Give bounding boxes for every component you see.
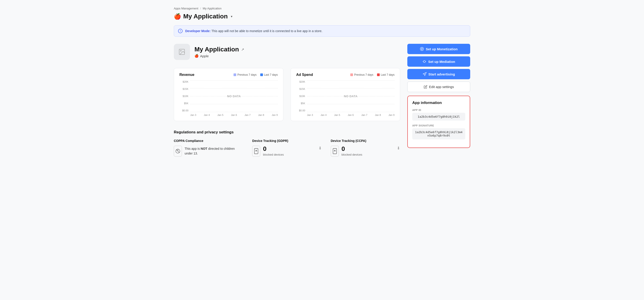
grid-line (307, 88, 394, 88)
ccpa-device-icon (331, 146, 339, 156)
gdpr-title: Device Tracking (GDPR) (252, 139, 322, 142)
app-id-label: APP ID (412, 109, 465, 112)
coppa-compliance-item: COPPA Compliance This app is NOT di (174, 139, 243, 156)
sidebar: Set up Monetization Set up Mediation Sta… (407, 44, 470, 148)
adspend-no-data-label: NO DATA (344, 94, 358, 98)
app-name-block: My Application ↗ 🍎 Apple (194, 46, 244, 58)
app-main-title: My Application (183, 13, 228, 20)
adspend-y-labels: $20K $15K $10K $5K $0.00 (296, 80, 307, 112)
gdpr-count: 0 (263, 146, 284, 152)
adspend-prev-color-dot (350, 74, 353, 76)
grid-line (190, 112, 278, 112)
regulations-grid: COPPA Compliance This app is NOT di (174, 139, 400, 156)
adspend-chart-plot: NO DATA (307, 80, 394, 112)
coppa-content: This app is NOT directed to children und… (174, 146, 243, 156)
ccpa-count: 0 (342, 146, 362, 152)
sidebar-buttons: Set up Monetization Set up Mediation Sta… (407, 44, 470, 92)
revenue-last-label: Last 7 days (264, 73, 278, 76)
ccpa-label: blocked devices (342, 153, 362, 156)
revenue-y-labels: $20K $15K $10K $5K $0.00 (180, 80, 190, 112)
svg-rect-4 (254, 148, 258, 154)
adspend-prev-label: Previous 7 days (354, 73, 373, 76)
adspend-last-label: Last 7 days (381, 73, 394, 76)
regulations-title: Regulations and privacy settings (174, 130, 400, 134)
mobile-x-icon-2 (333, 148, 337, 154)
breadcrumb-separator: / (200, 7, 201, 10)
revenue-chart-plot: NO DATA (190, 80, 278, 112)
gdpr-item: Device Tracking (GDPR) 0 (252, 139, 322, 156)
charts-row: Revenue Previous 7 days Last 7 days (174, 68, 400, 121)
monetization-icon (420, 47, 424, 51)
svg-rect-7 (333, 148, 336, 154)
revenue-chart-area: $20K $15K $10K $5K $0.00 NO D (180, 80, 278, 116)
app-display-name: My Application (194, 46, 239, 53)
revenue-prev-color-dot (234, 74, 236, 76)
revenue-chart-header: Revenue Previous 7 days Last 7 days (180, 73, 278, 77)
platform-logo-icon: 🍎 (194, 54, 199, 58)
revenue-last-color-dot (260, 74, 263, 76)
ccpa-stats: 0 blocked devices (342, 146, 362, 156)
revenue-no-data-label: NO DATA (227, 94, 241, 98)
app-name-row: My Application ↗ (194, 46, 244, 53)
coppa-title: COPPA Compliance (174, 139, 243, 142)
content-layout: My Application ↗ 🍎 Apple Revenue (174, 44, 470, 156)
monetization-button-label: Set up Monetization (426, 47, 458, 51)
mobile-x-icon (254, 148, 258, 154)
no-child-icon (175, 149, 180, 154)
gdpr-device-icon (252, 146, 260, 156)
main-content: My Application ↗ 🍎 Apple Revenue (174, 44, 400, 156)
revenue-legend-last: Last 7 days (260, 73, 278, 76)
ccpa-download-icon[interactable]: ⬇ (397, 146, 400, 151)
grid-line (190, 88, 278, 88)
developer-mode-banner: ! Developer Mode: This app will not be a… (174, 25, 470, 36)
grid-line (307, 112, 394, 112)
breadcrumb: Apps Management / My Application (174, 7, 470, 10)
adspend-chart-header: Ad Spend Previous 7 days Last 7 days (296, 73, 394, 77)
platform-name: Apple (200, 54, 208, 58)
start-advertising-button[interactable]: Start advertising (407, 69, 470, 79)
set-up-mediation-button[interactable]: Set up Mediation (407, 56, 470, 67)
adspend-chart-card: Ad Spend Previous 7 days Last 7 days (290, 68, 400, 121)
adspend-last-color-dot (377, 74, 380, 76)
coppa-text: This app is NOT directed to children und… (184, 146, 243, 156)
adspend-x-labels: Jan 3 Jan 4 Jan 5 Jan 6 Jan 7 Jan 8 Jan … (307, 114, 394, 116)
adspend-chart-title: Ad Spend (296, 73, 313, 77)
app-icon (174, 44, 190, 60)
adspend-legend-prev: Previous 7 days (350, 73, 373, 76)
advertising-button-label: Start advertising (428, 72, 455, 76)
adspend-legend-last: Last 7 days (377, 73, 394, 76)
revenue-legend-prev: Previous 7 days (234, 73, 256, 76)
grid-line (307, 104, 394, 104)
coppa-icon (174, 146, 182, 156)
adspend-chart-legend: Previous 7 days Last 7 days (350, 73, 394, 76)
app-header: My Application ↗ 🍎 Apple (174, 44, 400, 60)
grid-line (190, 104, 278, 104)
gdpr-content: 0 blocked devices ⬇ (252, 146, 322, 156)
revenue-x-labels: Jan 3 Jan 4 Jan 5 Jan 6 Jan 7 Jan 8 Jan … (190, 114, 278, 116)
breadcrumb-parent[interactable]: Apps Management (174, 7, 198, 10)
external-link-icon[interactable]: ↗ (241, 48, 244, 52)
app-signature-label: APP SIGNATURE (412, 124, 465, 127)
regulations-section: Regulations and privacy settings COPPA C… (174, 130, 400, 156)
revenue-chart-title: Revenue (180, 73, 194, 77)
ccpa-item: Device Tracking (CCPA) 0 (331, 139, 400, 156)
svg-point-1 (180, 50, 181, 51)
set-up-monetization-button[interactable]: Set up Monetization (407, 44, 470, 54)
image-placeholder-icon (178, 48, 186, 56)
edit-app-settings-button[interactable]: Edit app settings (407, 82, 470, 92)
app-id-value: 1a2b3c4d5e6f7g8h9i0j1k2l (412, 113, 465, 120)
info-icon: ! (178, 29, 182, 33)
ccpa-content: 0 blocked devices ⬇ (331, 146, 400, 156)
gdpr-stats: 0 blocked devices (263, 146, 284, 156)
app-platform: 🍎 Apple (194, 54, 244, 58)
gdpr-download-icon[interactable]: ⬇ (318, 146, 322, 151)
edit-settings-button-label: Edit app settings (429, 85, 454, 89)
app-information-title: App information (412, 100, 465, 105)
app-information-card: App information APP ID 1a2b3c4d5e6f7g8h9… (407, 96, 470, 148)
gdpr-label: blocked devices (263, 153, 284, 156)
revenue-chart-card: Revenue Previous 7 days Last 7 days (174, 68, 284, 121)
title-dropdown-chevron-icon[interactable]: ▾ (231, 14, 232, 18)
app-title-bar: 🍎 My Application ▾ (174, 13, 470, 20)
mediation-icon (422, 60, 426, 64)
edit-icon (424, 85, 427, 89)
